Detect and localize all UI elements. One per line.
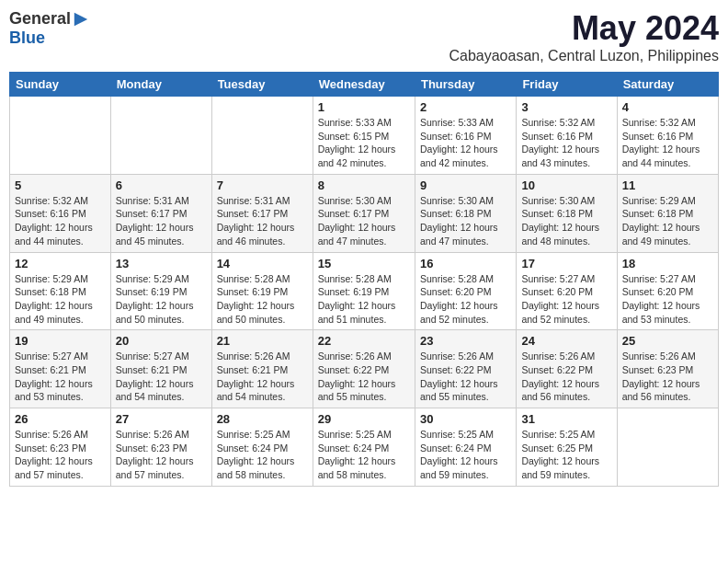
calendar-cell: 7Sunrise: 5:31 AMSunset: 6:17 PMDaylight…	[211, 174, 313, 252]
calendar-cell: 26Sunrise: 5:26 AMSunset: 6:23 PMDayligh…	[10, 408, 111, 487]
day-number: 13	[116, 257, 207, 270]
calendar-cell: 5Sunrise: 5:32 AMSunset: 6:16 PMDaylight…	[10, 174, 111, 252]
day-info: Sunrise: 5:31 AMSunset: 6:17 PMDaylight:…	[217, 194, 308, 248]
day-info: Sunrise: 5:32 AMSunset: 6:16 PMDaylight:…	[15, 194, 106, 248]
page-header: General Blue May 2024 Cabayaoasan, Centr…	[9, 9, 719, 64]
calendar-cell: 25Sunrise: 5:26 AMSunset: 6:23 PMDayligh…	[617, 330, 718, 408]
calendar-cell: 21Sunrise: 5:26 AMSunset: 6:21 PMDayligh…	[211, 330, 313, 408]
day-number: 16	[420, 257, 511, 270]
day-number: 4	[622, 100, 713, 114]
day-number: 5	[15, 178, 106, 192]
calendar-cell: 30Sunrise: 5:25 AMSunset: 6:24 PMDayligh…	[415, 408, 516, 487]
calendar-week-row: 26Sunrise: 5:26 AMSunset: 6:23 PMDayligh…	[10, 408, 719, 487]
day-number: 24	[521, 334, 611, 348]
day-number: 25	[622, 334, 713, 348]
calendar-cell: 29Sunrise: 5:25 AMSunset: 6:24 PMDayligh…	[313, 408, 415, 487]
calendar-week-row: 19Sunrise: 5:27 AMSunset: 6:21 PMDayligh…	[10, 330, 719, 408]
day-info: Sunrise: 5:30 AMSunset: 6:18 PMDaylight:…	[521, 194, 611, 248]
day-number: 22	[318, 334, 410, 348]
day-info: Sunrise: 5:26 AMSunset: 6:22 PMDaylight:…	[521, 350, 611, 404]
day-info: Sunrise: 5:25 AMSunset: 6:24 PMDaylight:…	[420, 428, 511, 482]
calendar-cell: 9Sunrise: 5:30 AMSunset: 6:18 PMDaylight…	[415, 174, 516, 252]
day-info: Sunrise: 5:26 AMSunset: 6:21 PMDaylight:…	[217, 350, 308, 404]
day-info: Sunrise: 5:28 AMSunset: 6:19 PMDaylight:…	[318, 272, 410, 327]
weekday-header-tuesday: Tuesday	[211, 73, 313, 97]
day-info: Sunrise: 5:31 AMSunset: 6:17 PMDaylight:…	[116, 194, 207, 248]
day-info: Sunrise: 5:30 AMSunset: 6:18 PMDaylight:…	[420, 194, 511, 248]
calendar-cell: 19Sunrise: 5:27 AMSunset: 6:21 PMDayligh…	[10, 330, 111, 408]
day-number: 19	[15, 334, 106, 348]
location-title: Cabayaoasan, Central Luzon, Philippines	[449, 48, 719, 64]
calendar-cell: 27Sunrise: 5:26 AMSunset: 6:23 PMDayligh…	[110, 408, 211, 487]
day-number: 14	[217, 257, 308, 270]
logo-flag-icon	[73, 11, 89, 28]
day-info: Sunrise: 5:30 AMSunset: 6:17 PMDaylight:…	[318, 194, 410, 248]
day-number: 26	[15, 412, 106, 426]
calendar-week-row: 12Sunrise: 5:29 AMSunset: 6:18 PMDayligh…	[10, 252, 719, 330]
logo-blue-text: Blue	[9, 29, 45, 48]
day-number: 30	[420, 412, 511, 426]
calendar-cell: 12Sunrise: 5:29 AMSunset: 6:18 PMDayligh…	[10, 252, 111, 330]
day-number: 1	[318, 100, 410, 114]
weekday-header-friday: Friday	[517, 73, 617, 97]
calendar-cell: 16Sunrise: 5:28 AMSunset: 6:20 PMDayligh…	[415, 252, 516, 330]
day-info: Sunrise: 5:25 AMSunset: 6:24 PMDaylight:…	[318, 428, 410, 482]
weekday-header-wednesday: Wednesday	[313, 73, 415, 97]
day-number: 15	[318, 257, 410, 270]
weekday-header-thursday: Thursday	[415, 73, 516, 97]
weekday-header-saturday: Saturday	[617, 73, 718, 97]
month-title: May 2024	[449, 9, 719, 48]
calendar-cell: 31Sunrise: 5:25 AMSunset: 6:25 PMDayligh…	[517, 408, 617, 487]
day-number: 2	[420, 100, 511, 114]
calendar-cell: 4Sunrise: 5:32 AMSunset: 6:16 PMDaylight…	[617, 97, 718, 175]
day-number: 29	[318, 412, 410, 426]
day-number: 7	[217, 178, 308, 192]
day-number: 3	[521, 100, 611, 114]
calendar-cell: 13Sunrise: 5:29 AMSunset: 6:19 PMDayligh…	[110, 252, 211, 330]
day-info: Sunrise: 5:26 AMSunset: 6:23 PMDaylight:…	[116, 428, 207, 482]
calendar-cell: 2Sunrise: 5:33 AMSunset: 6:16 PMDaylight…	[415, 97, 516, 175]
day-info: Sunrise: 5:26 AMSunset: 6:22 PMDaylight:…	[420, 350, 511, 404]
calendar-cell: 28Sunrise: 5:25 AMSunset: 6:24 PMDayligh…	[211, 408, 313, 487]
day-number: 21	[217, 334, 308, 348]
day-info: Sunrise: 5:26 AMSunset: 6:23 PMDaylight:…	[622, 350, 713, 404]
day-number: 20	[116, 334, 207, 348]
calendar-cell	[211, 97, 313, 175]
day-info: Sunrise: 5:32 AMSunset: 6:16 PMDaylight:…	[622, 116, 713, 170]
day-info: Sunrise: 5:33 AMSunset: 6:16 PMDaylight:…	[420, 116, 511, 170]
calendar-week-row: 5Sunrise: 5:32 AMSunset: 6:16 PMDaylight…	[10, 174, 719, 252]
day-number: 8	[318, 178, 410, 192]
day-number: 12	[15, 257, 106, 270]
calendar-cell	[10, 97, 111, 175]
day-number: 31	[521, 412, 611, 426]
calendar-cell: 10Sunrise: 5:30 AMSunset: 6:18 PMDayligh…	[517, 174, 617, 252]
day-info: Sunrise: 5:29 AMSunset: 6:19 PMDaylight:…	[116, 272, 207, 327]
calendar-cell: 14Sunrise: 5:28 AMSunset: 6:19 PMDayligh…	[211, 252, 313, 330]
day-number: 6	[116, 178, 207, 192]
logo: General Blue	[9, 9, 89, 48]
calendar-cell: 8Sunrise: 5:30 AMSunset: 6:17 PMDaylight…	[313, 174, 415, 252]
calendar-cell: 1Sunrise: 5:33 AMSunset: 6:15 PMDaylight…	[313, 97, 415, 175]
day-info: Sunrise: 5:29 AMSunset: 6:18 PMDaylight:…	[622, 194, 713, 248]
day-info: Sunrise: 5:27 AMSunset: 6:21 PMDaylight:…	[116, 350, 207, 404]
calendar-cell: 6Sunrise: 5:31 AMSunset: 6:17 PMDaylight…	[110, 174, 211, 252]
day-number: 18	[622, 257, 713, 270]
title-block: May 2024 Cabayaoasan, Central Luzon, Phi…	[449, 9, 719, 64]
calendar-cell: 17Sunrise: 5:27 AMSunset: 6:20 PMDayligh…	[517, 252, 617, 330]
day-number: 27	[116, 412, 207, 426]
day-number: 10	[521, 178, 611, 192]
day-info: Sunrise: 5:27 AMSunset: 6:20 PMDaylight:…	[521, 272, 611, 327]
calendar-week-row: 1Sunrise: 5:33 AMSunset: 6:15 PMDaylight…	[10, 97, 719, 175]
day-info: Sunrise: 5:29 AMSunset: 6:18 PMDaylight:…	[15, 272, 106, 327]
weekday-header-sunday: Sunday	[10, 73, 111, 97]
day-info: Sunrise: 5:27 AMSunset: 6:20 PMDaylight:…	[622, 272, 713, 327]
svg-marker-0	[74, 12, 87, 25]
day-number: 9	[420, 178, 511, 192]
calendar-table: SundayMondayTuesdayWednesdayThursdayFrid…	[9, 72, 719, 487]
day-info: Sunrise: 5:26 AMSunset: 6:23 PMDaylight:…	[15, 428, 106, 482]
logo-general-text: General	[9, 9, 71, 29]
calendar-cell	[617, 408, 718, 487]
day-number: 28	[217, 412, 308, 426]
day-info: Sunrise: 5:26 AMSunset: 6:22 PMDaylight:…	[318, 350, 410, 404]
calendar-cell: 22Sunrise: 5:26 AMSunset: 6:22 PMDayligh…	[313, 330, 415, 408]
